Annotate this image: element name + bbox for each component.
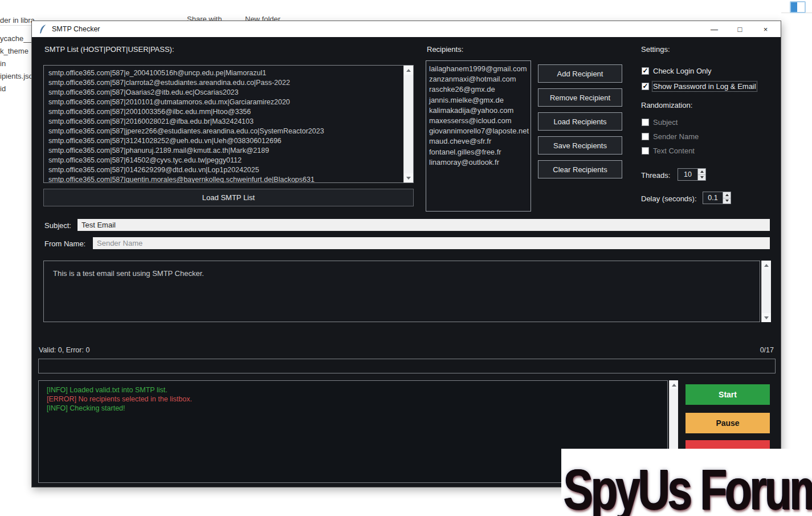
show-password-checkbox[interactable]: Show Password in Log & Email xyxy=(642,81,756,91)
smtp-entry[interactable]: smtp.office365.com|587|phanuruj.2189.mai… xyxy=(48,146,401,156)
smtp-entry[interactable]: smtp.office365.com|587|0142629299@dtd.ed… xyxy=(48,165,401,175)
load-smtp-list-button[interactable]: Load SMTP List xyxy=(43,189,414,206)
background-file-item: ipients.jso xyxy=(0,72,33,80)
smtp-list-scrollbar[interactable] xyxy=(403,66,413,182)
scroll-up-icon[interactable] xyxy=(670,380,678,389)
pause-button[interactable]: Pause xyxy=(685,413,770,433)
watermark-text: SpyUs Forum xyxy=(564,450,812,516)
spin-down-icon[interactable] xyxy=(723,198,731,204)
spin-up-icon[interactable] xyxy=(723,192,731,198)
recipient-item[interactable]: raschke26@gmx.de xyxy=(429,84,528,95)
log-line: [ERROR] No recipients selected in the li… xyxy=(47,395,659,404)
window-title: SMTP Checker xyxy=(52,25,100,33)
settings-label: Settings: xyxy=(641,45,670,54)
randomize-sender-label: Sender Name xyxy=(653,132,699,141)
randomization-label: Randomization: xyxy=(641,101,692,109)
recipient-item[interactable]: giovannimorello7@laposte.net xyxy=(429,126,528,136)
smtp-entry[interactable]: smtp.office365.com|587|2010101@utmatamor… xyxy=(48,97,401,107)
delay-spinbox[interactable]: 0.1 xyxy=(703,192,731,204)
smtp-entry[interactable]: smtp.office365.com|587|614502@cyvs.tyc.e… xyxy=(48,156,401,165)
scroll-up-icon[interactable] xyxy=(762,261,771,270)
progress-counter: 0/17 xyxy=(760,346,774,354)
checkbox-checked-icon xyxy=(642,83,649,90)
python-feather-icon xyxy=(39,25,47,34)
smtp-listbox[interactable]: smtp.office365.com|587|e_2004100516h@unc… xyxy=(43,65,414,183)
recipient-item[interactable]: zanzanmaxi@hotmail.com xyxy=(429,74,528,84)
clear-recipients-button[interactable]: Clear Recipients xyxy=(538,160,622,178)
log-line: [INFO] Loaded valid.txt into SMTP list. xyxy=(47,385,659,395)
preview-pane-icon[interactable] xyxy=(790,1,806,13)
save-recipients-button[interactable]: Save Recipients xyxy=(538,136,622,155)
smtp-entry[interactable]: smtp.office365.com|587|Oaarias2@itb.edu.… xyxy=(48,88,401,97)
smtp-entry[interactable]: smtp.office365.com|587|e_2004100516h@unc… xyxy=(48,68,401,78)
load-recipients-label: Load Recipients xyxy=(553,117,606,126)
recipient-item[interactable]: kalimakadija@yahoo.com xyxy=(429,105,528,116)
background-text: der in libra xyxy=(0,16,35,25)
smtp-entry[interactable]: smtp.office365.com|587|31241028252@ueh.e… xyxy=(48,136,401,146)
desktop: der in libra Share with New folder ycach… xyxy=(0,0,812,516)
close-button[interactable]: × xyxy=(753,21,778,37)
minimize-button[interactable]: — xyxy=(701,21,727,37)
from-name-label: From Name: xyxy=(44,239,85,248)
spin-down-icon[interactable] xyxy=(698,175,705,181)
background-file-item: ycache__ xyxy=(0,34,32,43)
smtp-entry[interactable]: smtp.office365.com|587|20160028021@ifba.… xyxy=(48,117,401,127)
maximize-button[interactable]: □ xyxy=(727,21,753,37)
clear-recipients-label: Clear Recipients xyxy=(553,165,607,174)
smtp-entries: smtp.office365.com|587|e_2004100516h@unc… xyxy=(48,68,401,183)
spin-up-icon[interactable] xyxy=(698,169,705,175)
scroll-down-icon[interactable] xyxy=(404,173,413,182)
load-smtp-list-label: Load SMTP List xyxy=(202,193,255,202)
progress-bar xyxy=(38,359,776,373)
recipient-item[interactable]: maud.cheve@sfr.fr xyxy=(429,136,528,147)
checkbox-unchecked-icon xyxy=(642,147,649,155)
smtp-checker-window: SMTP Checker — □ × SMTP List (HOST|PORT|… xyxy=(31,21,781,487)
from-name-input[interactable] xyxy=(93,237,770,249)
check-login-only-label: Check Login Only xyxy=(653,67,712,75)
divider xyxy=(0,25,33,26)
smtp-entry[interactable]: smtp.office365.com|587|2001003356@ilbc.e… xyxy=(48,107,401,117)
smtp-entry[interactable]: smtp.office365.com|587|clarrota2@estudia… xyxy=(48,78,401,88)
randomize-subject-label: Subject xyxy=(653,118,678,127)
log-line: [INFO] Checking started! xyxy=(47,404,659,413)
load-recipients-button[interactable]: Load Recipients xyxy=(538,112,622,131)
subject-input[interactable] xyxy=(77,219,770,231)
add-recipient-button[interactable]: Add Recipient xyxy=(538,64,622,83)
pause-label: Pause xyxy=(716,419,739,428)
recipient-item[interactable]: lailaghanem1999@gmail.com xyxy=(429,64,528,74)
recipient-item[interactable]: jannis.mielke@gmx.de xyxy=(429,95,528,105)
recipient-item[interactable]: fontanel.gilles@free.fr xyxy=(429,147,528,157)
remove-recipient-label: Remove Recipient xyxy=(550,94,610,102)
background-file-item: in xyxy=(0,59,6,68)
scroll-down-icon[interactable] xyxy=(762,313,771,322)
check-login-only-checkbox[interactable]: Check Login Only xyxy=(642,66,712,76)
save-recipients-label: Save Recipients xyxy=(553,141,607,150)
randomize-text-checkbox[interactable]: Text Content xyxy=(642,145,695,156)
randomize-sender-checkbox[interactable]: Sender Name xyxy=(642,131,699,141)
scroll-up-icon[interactable] xyxy=(404,66,413,75)
threads-spinbox[interactable]: 10 xyxy=(678,168,706,181)
background-file-item: id xyxy=(0,84,6,93)
recipients-label: Recipients: xyxy=(427,45,463,54)
smtp-entry[interactable]: smtp.office365.com|587|jperez266@estudia… xyxy=(48,127,401,136)
remove-recipient-button[interactable]: Remove Recipient xyxy=(538,88,622,107)
threads-value: 10 xyxy=(678,169,697,180)
randomize-text-label: Text Content xyxy=(653,147,695,155)
email-body-box: This is a test email sent using SMTP Che… xyxy=(43,261,760,322)
email-body-scrollbar[interactable] xyxy=(761,261,771,322)
background-file-item: k_theme xyxy=(0,47,28,55)
email-body-textarea[interactable]: This is a test email sent using SMTP Che… xyxy=(44,261,760,322)
checkbox-unchecked-icon xyxy=(642,119,649,126)
recipient-item[interactable]: linamoray@outlook.fr xyxy=(429,157,528,168)
checkbox-unchecked-icon xyxy=(642,133,649,140)
smtp-entry[interactable]: smtp.office365.com|587|quentin.morales@b… xyxy=(48,175,401,183)
recipient-item[interactable]: maxesserss@icloud.com xyxy=(429,116,528,126)
add-recipient-label: Add Recipient xyxy=(557,70,603,78)
randomize-subject-checkbox[interactable]: Subject xyxy=(642,117,678,127)
checkbox-checked-icon xyxy=(642,67,649,75)
delay-value: 0.1 xyxy=(703,192,723,204)
show-password-label: Show Password in Log & Email xyxy=(653,82,756,91)
start-button[interactable]: Start xyxy=(685,384,770,405)
title-bar[interactable]: SMTP Checker — □ × xyxy=(32,21,781,37)
recipients-listbox[interactable]: lailaghanem1999@gmail.com zanzanmaxi@hot… xyxy=(426,60,531,212)
